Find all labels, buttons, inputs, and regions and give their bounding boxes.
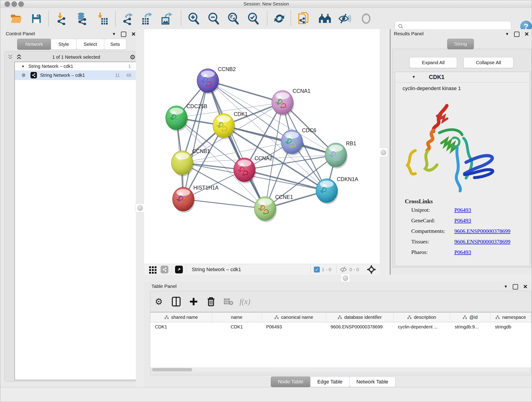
column-header--id[interactable]: @id (450, 313, 490, 322)
crosslink-value-link[interactable]: 9606.ENSP00000378699 (454, 228, 510, 234)
scrollbar-thumb[interactable] (152, 368, 192, 371)
delete-table-icon[interactable] (222, 295, 235, 308)
function-builder-icon[interactable]: f(x) (238, 295, 252, 308)
column-header-canonical-name[interactable]: canonical name (261, 313, 326, 322)
node-CDK1[interactable]: CDK1 (213, 111, 248, 139)
node-CDC6[interactable]: CDC6 (281, 128, 317, 155)
import-database-icon[interactable] (75, 12, 88, 25)
crosslink-value-link[interactable]: P06493 (454, 249, 471, 255)
tab-sets[interactable]: Sets (104, 39, 126, 50)
panel-collapse-icon[interactable]: ▼ (504, 284, 508, 289)
navigate-crosshair-icon[interactable] (366, 264, 376, 274)
tab-style[interactable]: Style (51, 39, 76, 50)
tab-network-table[interactable]: Network Table (349, 376, 395, 387)
delete-column-trash-icon[interactable] (204, 295, 218, 308)
hide-panel-icon[interactable] (338, 12, 351, 25)
crosslink-value-link[interactable]: P06493 (454, 207, 471, 213)
save-session-icon[interactable] (30, 12, 43, 25)
string-network-graph[interactable]: CCNB2CCNA1CDC25BCDK1CDC6RB1CCNB1CCNA2CDK… (144, 29, 380, 264)
node-CCNE1[interactable]: CCNE1 (254, 194, 293, 222)
gene-entry-header[interactable]: ▼ CDK1 (395, 72, 530, 83)
share-view-icon[interactable] (161, 266, 168, 274)
table-cell[interactable]: stringdb (490, 322, 531, 332)
zoom-out-icon[interactable] (207, 12, 220, 25)
open-in-window-icon[interactable] (175, 266, 183, 274)
tab-node-table[interactable]: Node Table (271, 376, 310, 387)
show-columns-icon[interactable] (169, 295, 183, 308)
expand-all-button[interactable]: Expand All (409, 57, 457, 68)
tree-expander-icon[interactable]: ▼ (21, 64, 25, 68)
table-row[interactable]: CDK1CDK1P064939606.ENSP00000378699cyclin… (150, 322, 531, 332)
table-cell[interactable]: stringdb:9... (450, 322, 490, 332)
open-session-icon[interactable] (10, 12, 23, 25)
crosslink-value-link[interactable]: 9606.ENSP00000378699 (454, 239, 510, 245)
table-horizontal-scrollbar[interactable] (152, 368, 530, 371)
preview-icon[interactable] (360, 12, 373, 25)
import-table-icon[interactable] (96, 12, 109, 25)
panel-close-icon[interactable]: ✕ (131, 31, 136, 37)
column-header-database-identifier[interactable]: database identifier (326, 313, 393, 322)
import-network-icon[interactable] (55, 12, 68, 25)
zoom-in-icon[interactable] (187, 12, 200, 25)
network-home-icon[interactable] (318, 12, 331, 25)
refresh-icon[interactable] (273, 12, 286, 25)
network-row-selected[interactable]: String Network – cdk1 11 48 (15, 70, 136, 80)
panel-close-icon[interactable]: ✕ (525, 31, 529, 37)
node-CCNB2[interactable]: CCNB2 (197, 66, 236, 94)
splitter-handle[interactable] (135, 203, 145, 212)
splitter-handle[interactable] (341, 274, 350, 282)
crosslink-value-link[interactable]: P06493 (454, 217, 471, 224)
export-table-icon[interactable] (140, 12, 153, 25)
horizontal-splitter[interactable] (144, 275, 532, 282)
network-canvas[interactable]: CCNB2CCNA1CDC25BCDK1CDC6RB1CCNB1CCNA2CDK… (144, 29, 380, 264)
node-CDKN1A[interactable]: CDKN1A (316, 176, 358, 204)
export-image-icon[interactable] (160, 12, 173, 25)
hidden-eye-icon[interactable] (340, 266, 348, 273)
network-collection-row[interactable]: ▼ String Network – cdk1 1 (15, 62, 136, 70)
node-CDC25B[interactable]: CDC25B (166, 103, 207, 131)
panel-collapse-icon[interactable]: ▼ (112, 32, 116, 36)
collapse-all-icon[interactable] (7, 54, 14, 60)
tab-select[interactable]: Select (76, 39, 104, 50)
node-CCNB1[interactable]: CCNB1 (171, 148, 210, 176)
grid-view-icon[interactable] (148, 265, 157, 274)
table-options-gear-icon[interactable]: ⚙ (152, 295, 166, 308)
selected-checkbox-icon[interactable]: ✓ (314, 267, 320, 273)
zoom-selected-icon[interactable] (247, 12, 260, 25)
column-header-namespace[interactable]: namespace (490, 313, 531, 322)
annotation-share-icon[interactable] (298, 12, 310, 25)
edge-CDK1-RB1[interactable] (224, 126, 336, 155)
tab-string[interactable]: String (447, 39, 474, 49)
network-options-gear-icon[interactable]: ⚙ (130, 53, 135, 61)
node-HIST1H1A[interactable]: HIST1H1A (172, 185, 219, 213)
zoom-fit-icon[interactable] (227, 12, 240, 25)
panel-collapse-icon[interactable]: ▼ (505, 32, 509, 36)
edge-HIST1H1A-CCNE1[interactable] (183, 199, 265, 209)
vertical-splitter[interactable] (380, 29, 391, 275)
column-header-name[interactable]: name (212, 313, 262, 322)
vertical-splitter[interactable] (136, 29, 144, 387)
entry-expander-icon[interactable]: ▼ (412, 75, 416, 79)
splitter-handle[interactable] (379, 148, 388, 157)
table-cell[interactable]: CDK1 (150, 322, 212, 332)
column-header-shared-name[interactable]: shared name (150, 313, 212, 322)
search-input[interactable] (404, 24, 505, 29)
node-CCNA1[interactable]: CCNA1 (272, 88, 310, 116)
column-header-description[interactable]: description (393, 313, 450, 322)
expand-all-icon[interactable] (16, 54, 23, 60)
panel-float-icon[interactable] (514, 32, 519, 37)
add-column-icon[interactable] (187, 295, 201, 308)
edge-CCNB2-HIST1H1A[interactable] (183, 81, 208, 199)
table-cell[interactable]: CDK1 (212, 322, 262, 332)
export-network-icon[interactable] (121, 12, 134, 25)
node-RB1[interactable]: RB1 (325, 140, 356, 168)
tab-edge-table[interactable]: Edge Table (310, 376, 350, 387)
panel-close-icon[interactable]: ✕ (523, 283, 528, 290)
panel-float-icon[interactable] (513, 284, 518, 289)
table-cell[interactable]: cyclin-dependent ... (393, 322, 450, 332)
collapse-all-button[interactable]: Collapse All (463, 57, 513, 68)
table-cell[interactable]: P06493 (261, 322, 326, 332)
table-cell[interactable]: 9606.ENSP00000378699 (326, 322, 393, 332)
tab-network[interactable]: Network (17, 39, 51, 50)
panel-float-icon[interactable] (121, 32, 126, 37)
